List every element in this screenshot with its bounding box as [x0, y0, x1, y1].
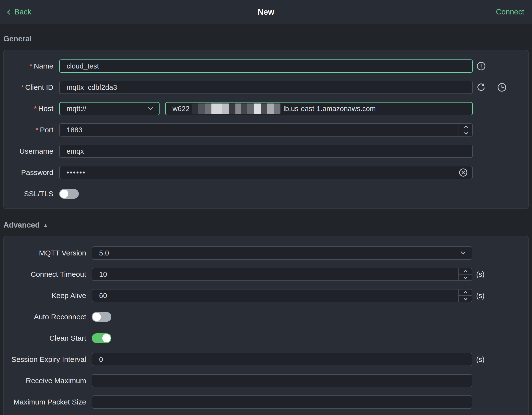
chevron-up-icon — [464, 125, 468, 129]
keep-alive-stepper — [458, 289, 472, 302]
port-stepper — [459, 123, 473, 137]
name-row: *Name — [10, 59, 528, 73]
host-protocol-value: mqtt:// — [67, 105, 86, 113]
receive-maximum-field-wrap — [92, 374, 472, 387]
maximum-packet-size-input[interactable] — [99, 398, 465, 406]
keep-alive-field-wrap — [92, 289, 472, 302]
connect-button[interactable]: Connect — [496, 8, 524, 16]
general-section-label: General — [3, 35, 32, 43]
toggle-knob — [60, 190, 68, 198]
redacted-host-blur — [192, 104, 280, 114]
chevron-up-icon — [463, 270, 467, 274]
receive-maximum-row: Receive Maximum — [10, 374, 528, 387]
client-id-label: *Client ID — [10, 83, 53, 92]
client-id-input[interactable] — [67, 83, 465, 92]
step-up-button[interactable] — [459, 268, 472, 275]
chevron-down-icon — [464, 131, 468, 135]
maximum-packet-size-field-wrap — [92, 395, 472, 409]
name-label: *Name — [10, 62, 53, 70]
maximum-packet-size-row: Maximum Packet Size — [10, 395, 528, 409]
password-input[interactable] — [67, 169, 465, 177]
receive-maximum-input[interactable] — [99, 377, 465, 385]
keep-alive-row: Keep Alive (s) — [10, 289, 528, 302]
step-up-button[interactable] — [459, 289, 472, 296]
toggle-knob — [102, 334, 111, 342]
collapse-triangle-icon: ▲ — [43, 221, 48, 230]
step-down-button[interactable] — [459, 130, 473, 137]
back-button[interactable]: Back — [8, 8, 31, 16]
general-section-title: General — [3, 35, 529, 43]
host-protocol-select[interactable]: mqtt:// — [59, 102, 160, 115]
session-expiry-row: Session Expiry Interval (s) — [10, 353, 528, 366]
chevron-down-icon — [463, 275, 467, 279]
keep-alive-label: Keep Alive — [10, 291, 86, 300]
clean-start-label: Clean Start — [10, 334, 86, 342]
mqtt-version-row: MQTT Version 5.0 — [10, 246, 528, 260]
mqtt-version-value: 5.0 — [99, 249, 109, 257]
required-mark: * — [34, 104, 37, 113]
host-value-prefix: w622 — [173, 105, 189, 113]
chevron-down-icon — [148, 105, 153, 110]
connect-timeout-input[interactable] — [99, 270, 465, 278]
ssl-row: SSL/TLS — [10, 187, 528, 200]
warning-icon — [476, 61, 486, 71]
back-label: Back — [14, 8, 31, 16]
step-down-button[interactable] — [459, 296, 472, 302]
new-connection-page: Back New Connect General *Name — [0, 0, 532, 415]
mqtt-version-label: MQTT Version — [10, 249, 86, 257]
host-field-wrap[interactable]: w622 lb.us-east-1.amazonaws.com — [165, 102, 473, 115]
mqtt-version-select[interactable]: 5.0 — [92, 246, 472, 260]
advanced-section-label: Advanced — [3, 221, 40, 230]
connect-timeout-stepper — [458, 268, 472, 281]
connect-timeout-field-wrap — [92, 268, 472, 281]
seconds-unit: (s) — [476, 356, 485, 364]
general-panel: *Name *Client ID — [3, 50, 529, 209]
refresh-icon[interactable] — [476, 82, 486, 92]
host-value-suffix: lb.us-east-1.amazonaws.com — [283, 105, 376, 113]
host-row: *Host mqtt:// w622 lb.us-east-1.amazonaw… — [10, 102, 528, 115]
auto-reconnect-label: Auto Reconnect — [10, 313, 86, 321]
receive-maximum-label: Receive Maximum — [10, 377, 86, 385]
port-field-wrap — [59, 123, 473, 137]
name-input[interactable] — [67, 62, 465, 70]
chevron-left-icon — [7, 10, 12, 15]
auto-reconnect-toggle[interactable] — [92, 312, 111, 322]
connect-timeout-row: Connect Timeout (s) — [10, 268, 528, 281]
clean-start-toggle[interactable] — [92, 333, 111, 343]
password-label: Password — [10, 168, 53, 177]
session-expiry-input[interactable] — [99, 356, 465, 364]
step-up-button[interactable] — [459, 123, 473, 130]
session-expiry-label: Session Expiry Interval — [10, 355, 86, 364]
connect-timeout-label: Connect Timeout — [10, 270, 86, 278]
port-row: *Port — [10, 123, 528, 137]
ssl-label: SSL/TLS — [10, 190, 53, 198]
clear-password-icon[interactable] — [459, 168, 468, 177]
session-expiry-field-wrap — [92, 353, 472, 366]
name-field-wrap — [59, 59, 473, 73]
advanced-panel: MQTT Version 5.0 Connect Timeout (s) — [3, 236, 529, 415]
port-label: *Port — [10, 126, 53, 134]
username-field-wrap — [59, 145, 473, 158]
client-id-field-wrap — [59, 81, 473, 94]
chevron-up-icon — [463, 291, 467, 295]
advanced-section-title[interactable]: Advanced ▲ — [3, 221, 529, 230]
history-clock-icon[interactable] — [497, 82, 507, 92]
keep-alive-input[interactable] — [99, 292, 465, 300]
required-mark: * — [21, 83, 24, 91]
required-mark: * — [29, 62, 32, 70]
host-label: *Host — [10, 104, 53, 113]
form-area: General *Name *Client ID — [0, 35, 532, 415]
required-mark: * — [35, 126, 38, 134]
username-row: Username — [10, 145, 528, 158]
header-bar: Back New Connect — [0, 0, 532, 24]
port-input[interactable] — [67, 126, 465, 134]
maximum-packet-size-label: Maximum Packet Size — [10, 398, 86, 406]
username-input[interactable] — [67, 147, 465, 155]
chevron-down-icon — [461, 250, 466, 254]
client-id-row: *Client ID — [10, 81, 528, 94]
chevron-down-icon — [463, 296, 467, 300]
seconds-unit: (s) — [476, 292, 485, 300]
ssl-toggle[interactable] — [59, 189, 79, 199]
toggle-knob — [93, 313, 101, 321]
step-down-button[interactable] — [459, 275, 472, 281]
